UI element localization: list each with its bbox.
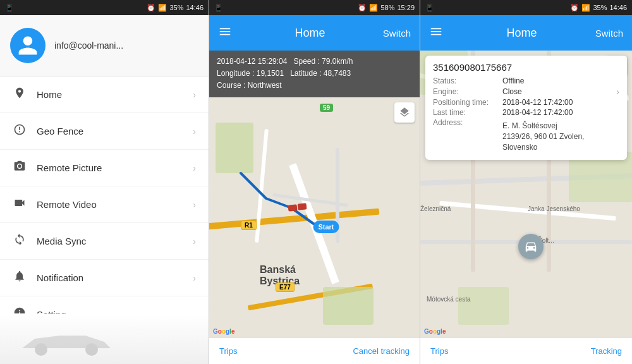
engine-row[interactable]: Engine: Close › <box>433 87 619 97</box>
status-value: Offline <box>502 76 524 85</box>
trip-speed: Speed : 79.0km/h <box>293 57 353 66</box>
header-title-middle: Home <box>237 27 383 40</box>
sidebar-media-sync-label: Media Sync <box>37 236 183 246</box>
last-time-row: Last time: 2018-04-12 17:42:00 <box>433 108 619 117</box>
road-label-59: 59 <box>320 104 333 112</box>
road-label-e77: E77 <box>276 282 295 292</box>
time-middle: 15:29 <box>397 4 415 11</box>
rmap-street-label-7: Mótovcká cesta <box>427 296 470 303</box>
hamburger-icon-right <box>429 25 443 39</box>
sidebar-item-remote-video[interactable]: Remote Video › <box>0 186 209 223</box>
trip-info-bar: 2018-04-12 15:29:04 Speed : 79.0km/h Lon… <box>209 51 420 97</box>
wifi-icon: 📶 <box>158 4 167 12</box>
info-icon <box>13 306 27 313</box>
trip-datetime: 2018-04-12 15:29:04 <box>217 57 287 66</box>
route-svg <box>209 97 420 337</box>
car-map-marker <box>518 234 544 259</box>
wifi-icon-m: 📶 <box>369 4 378 12</box>
user-email: info@cool-mani... <box>54 40 123 51</box>
chevron-icon-2: › <box>193 126 196 136</box>
middle-panel: 📱 ⏰ 📶 58% 15:29 Home Switch 2018-04-12 1… <box>209 0 420 364</box>
sidebar-remote-video-label: Remote Video <box>37 199 183 210</box>
engine-value: Close <box>502 87 522 96</box>
middle-map-footer: Trips Cancel tracking <box>209 337 420 364</box>
alarm-icon-r: ⏰ <box>570 4 579 12</box>
header-title-right: Home <box>448 27 595 40</box>
trip-latitude: Latitude : 48,7483 <box>290 69 351 78</box>
trips-link-middle[interactable]: Trips <box>219 346 237 356</box>
rmap-street-label-5: Janka Jesenského <box>528 205 580 212</box>
positioning-value: 2018-04-12 17:42:00 <box>502 98 573 107</box>
sidebar-item-home[interactable]: Home › <box>0 76 209 113</box>
sidebar-geo-fence-label: Geo Fence <box>37 126 183 136</box>
layers-icon <box>399 107 410 118</box>
phone-icon: 📱 <box>5 4 14 12</box>
sidebar-remote-picture-label: Remote Picture <box>37 162 183 173</box>
sidebar-notification-label: Notification <box>37 272 183 283</box>
alarm-icon: ⏰ <box>147 4 155 12</box>
chevron-icon-5: › <box>193 236 196 246</box>
trips-link-right[interactable]: Trips <box>430 346 448 356</box>
rmap-green-3 <box>458 287 509 325</box>
last-time-label: Last time: <box>433 108 502 117</box>
notification-icon <box>13 270 27 286</box>
trip-longitude: Longitude : 19,1501 <box>217 69 284 78</box>
middle-app-header: Home Switch <box>209 15 420 51</box>
sidebar-home-label: Home <box>37 89 183 100</box>
video-icon <box>13 197 27 212</box>
chevron-icon-6: › <box>193 273 196 283</box>
address-label: Address: <box>433 118 502 127</box>
chevron-icon: › <box>193 90 196 100</box>
right-map-footer: Trips Tracking <box>420 337 632 364</box>
sync-icon <box>13 233 27 249</box>
sidebar-bottom <box>0 313 209 364</box>
positioning-row: Positioning time: 2018-04-12 17:42:00 <box>433 98 619 107</box>
google-logo-middle: Google <box>213 328 234 335</box>
sidebar-item-remote-picture[interactable]: Remote Picture › <box>0 150 209 186</box>
address-value: E. M. Šoltésovej2139/26, 960 01 Zvolen, … <box>502 121 619 152</box>
sidebar-item-geo-fence[interactable]: Geo Fence › <box>0 113 209 150</box>
time-right: 14:46 <box>609 4 627 11</box>
phone-icon-r: 📱 <box>425 4 434 12</box>
positioning-label: Positioning time: <box>433 98 502 107</box>
right-map[interactable]: 5. mája nácká ulica Antona B... Železnič… <box>420 51 632 337</box>
switch-button-right[interactable]: Switch <box>595 28 623 39</box>
right-panel: 📱 ⏰ 📶 35% 14:46 Home Switch <box>420 0 632 364</box>
tracking-link[interactable]: Tracking <box>591 346 622 356</box>
phone-icon-m: 📱 <box>214 4 223 12</box>
battery-left: 35% <box>169 4 183 11</box>
sidebar-item-notification[interactable]: Notification › <box>0 260 209 296</box>
hamburger-icon-middle <box>218 25 232 39</box>
cancel-tracking-link[interactable]: Cancel tracking <box>353 346 410 356</box>
time-left: 14:46 <box>186 4 204 11</box>
menu-button-middle[interactable] <box>218 25 232 41</box>
car-silhouette <box>0 323 145 361</box>
start-marker: Start <box>313 221 339 233</box>
avatar <box>10 28 46 63</box>
sidebar-item-setting[interactable]: Setting › <box>0 296 209 313</box>
engine-label: Engine: <box>433 87 502 96</box>
device-id: 351609080175667 <box>433 62 619 73</box>
chevron-icon-4: › <box>193 200 196 210</box>
status-bar-middle-panel: 📱 ⏰ 📶 58% 15:29 <box>209 0 420 15</box>
user-icon <box>16 34 39 57</box>
camera-icon <box>13 160 27 176</box>
status-label: Status: <box>433 76 502 85</box>
wifi-icon-r: 📶 <box>581 4 590 12</box>
layer-button[interactable] <box>394 102 415 123</box>
trip-course: Course : Northwest <box>217 81 282 90</box>
sidebar-header: info@cool-mani... <box>0 15 209 76</box>
menu-button-right[interactable] <box>429 25 443 41</box>
sidebar-item-media-sync[interactable]: Media Sync › <box>0 223 209 260</box>
chevron-icon-3: › <box>193 163 196 173</box>
switch-button-middle[interactable]: Switch <box>383 28 411 39</box>
route-car-2 <box>298 203 307 210</box>
middle-map[interactable]: Start BanskáBystrica R1 E77 59 Google <box>209 97 420 337</box>
sidebar-setting-label: Setting <box>37 309 183 313</box>
car-icon <box>524 240 538 253</box>
sidebar-nav: Home › Geo Fence › Remote Picture › Remo… <box>0 76 209 313</box>
road-label-r1: R1 <box>241 221 257 230</box>
svg-point-0 <box>35 343 47 356</box>
status-bar-left-panel: 📱 ⏰ 📶 35% 14:46 <box>0 0 209 15</box>
svg-point-1 <box>85 343 98 356</box>
